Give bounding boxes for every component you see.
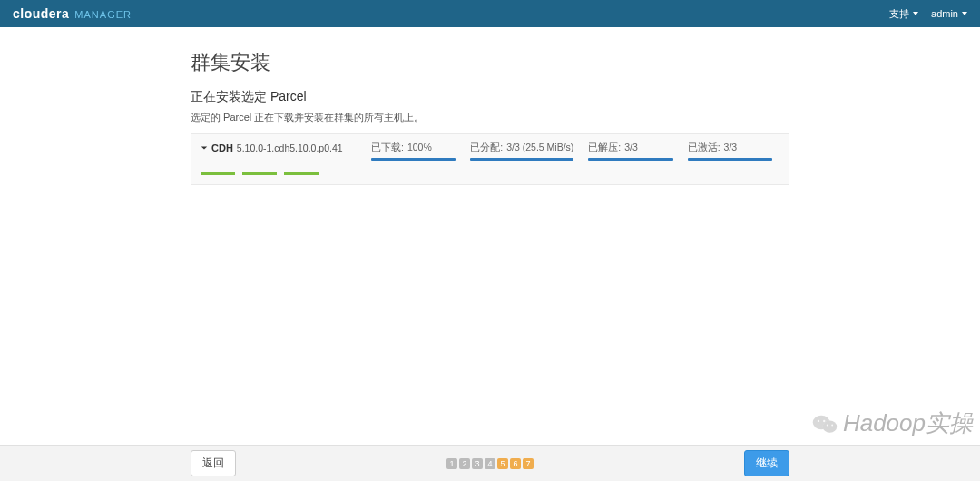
- wizard-step[interactable]: 7: [523, 458, 534, 469]
- wizard-step[interactable]: 1: [446, 458, 457, 469]
- parcel-name-cell: CDH 5.10.0-1.cdh5.10.0.p0.41: [201, 142, 364, 154]
- watermark-text: Hadoop实操: [843, 407, 973, 439]
- page-subtitle: 正在安装选定 Parcel: [191, 89, 789, 105]
- caret-down-icon: [962, 12, 967, 15]
- stage-label: 已下载: 100%: [371, 142, 456, 154]
- nav-admin-label: admin: [931, 8, 958, 19]
- main-container: 群集安装 正在安装选定 Parcel 选定的 Parcel 正在下载并安装在群集…: [191, 49, 789, 185]
- svg-point-3: [818, 419, 819, 421]
- caret-down-icon: [913, 12, 918, 15]
- page-description: 选定的 Parcel 正在下载并安装在群集的所有主机上。: [191, 111, 789, 124]
- parcel-stages: 已下载: 100% 已分配: 3/3 (25.5 MiB/s) 已解压: 3: [364, 142, 779, 161]
- stage-activated: 已激活: 3/3: [681, 142, 779, 161]
- stage-label: 已分配: 3/3 (25.5 MiB/s): [470, 142, 573, 154]
- wizard-step[interactable]: 5: [497, 458, 508, 469]
- brand[interactable]: cloudera MANAGER: [13, 6, 132, 21]
- svg-point-1: [823, 420, 838, 432]
- brand-main: cloudera: [13, 6, 69, 21]
- stage-label: 已激活: 3/3: [688, 142, 772, 154]
- wizard-step[interactable]: 3: [472, 458, 483, 469]
- progress-bar: [688, 158, 772, 161]
- progress-bar: [588, 158, 672, 161]
- wizard-steps: 1234567: [446, 458, 534, 469]
- svg-point-5: [827, 424, 828, 426]
- parcel-name: CDH: [211, 142, 233, 154]
- top-navbar: cloudera MANAGER 支持 admin: [0, 0, 980, 27]
- watermark: Hadoop实操: [812, 407, 973, 439]
- host-bar: [242, 172, 277, 175]
- parcel-row: CDH 5.10.0-1.cdh5.10.0.p0.41 已下载: 100% 已…: [201, 142, 779, 161]
- svg-point-4: [823, 419, 825, 421]
- nav-support[interactable]: 支持: [889, 7, 918, 21]
- continue-button[interactable]: 继续: [744, 450, 789, 476]
- progress-bar: [371, 158, 456, 161]
- wizard-footer: 返回 1234567 继续: [0, 445, 980, 481]
- stage-label: 已解压: 3/3: [588, 142, 672, 154]
- nav-right: 支持 admin: [889, 7, 967, 21]
- parcel-version: 5.10.0-1.cdh5.10.0.p0.41: [237, 142, 343, 153]
- stage-unpacked: 已解压: 3/3: [581, 142, 680, 161]
- wizard-step[interactable]: 4: [485, 458, 495, 469]
- nav-admin[interactable]: admin: [931, 7, 967, 21]
- parcel-panel: CDH 5.10.0-1.cdh5.10.0.p0.41 已下载: 100% 已…: [191, 133, 789, 185]
- host-bar: [201, 172, 235, 175]
- back-button[interactable]: 返回: [191, 450, 236, 476]
- svg-point-2: [823, 420, 838, 432]
- svg-point-0: [813, 415, 830, 429]
- wizard-step[interactable]: 6: [510, 458, 521, 469]
- svg-point-6: [831, 424, 833, 426]
- stage-downloaded: 已下载: 100%: [364, 142, 463, 161]
- page-title: 群集安装: [191, 49, 789, 76]
- host-progress-bars: [201, 172, 779, 175]
- expand-toggle-icon[interactable]: [201, 143, 208, 153]
- progress-bar: [470, 158, 573, 161]
- brand-sub: MANAGER: [74, 9, 132, 20]
- stage-distributed: 已分配: 3/3 (25.5 MiB/s): [463, 142, 581, 161]
- host-bar: [284, 172, 318, 175]
- wizard-step[interactable]: 2: [459, 458, 470, 469]
- wechat-icon: [812, 413, 838, 435]
- nav-support-label: 支持: [889, 7, 909, 21]
